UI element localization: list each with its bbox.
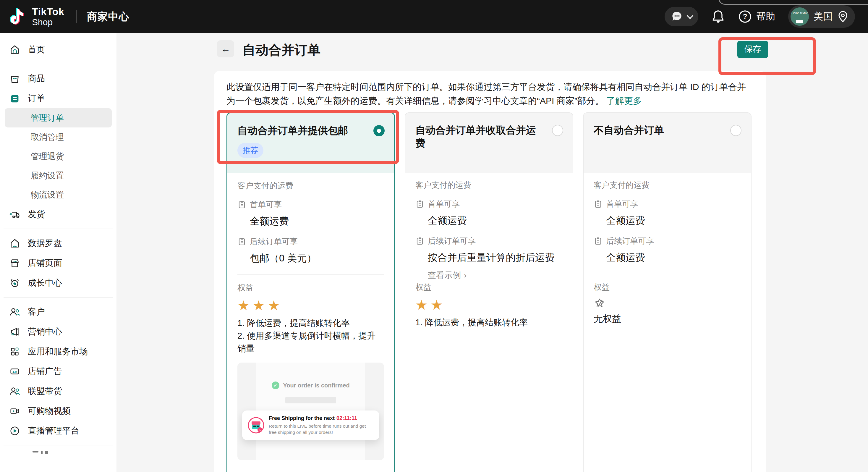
sidebar-item-label: 订单 [28,93,45,105]
subsequent-order-label: 后续订单可享 [606,236,654,246]
sidebar-item-marketing-center[interactable]: 营销中心 [0,322,117,342]
radio-unselected[interactable] [730,125,741,136]
messages-button[interactable] [664,7,698,26]
store-avatar-graphic [796,20,803,23]
subsequent-order-label: 后续订单可享 [428,236,476,246]
sidebar-item-growth-center[interactable]: 成长中心 [0,273,117,293]
truck-icon [9,208,21,220]
sidebar-item-affiliate[interactable]: 联盟带货 [0,381,117,401]
sidebar-divider [4,445,113,445]
shipping-paid-label: 客户支付的运费 [594,180,741,190]
save-button[interactable]: 保存 [737,41,768,58]
shopping-bag-icon [9,73,21,85]
sidebar-item-products[interactable]: 商品 [0,69,117,88]
clipboard-icon [594,237,602,245]
chat-bubble-icon [671,10,684,23]
sidebar-item-label: 店铺页面 [28,257,62,269]
sidebar-item-label: 发货 [28,208,45,220]
apps-grid-icon [9,346,21,358]
compass-icon [9,237,21,249]
option-title: 自动合并订单并收取合并运费 [415,124,563,150]
notification-title: Free Shipping for the next02:11:11 [269,415,374,421]
sidebar-item-live-management[interactable]: 直播管理平台 [0,421,117,441]
card-divider [594,274,741,274]
sidebar-item-app-services-market[interactable]: 应用和服务市场 [0,342,117,361]
first-order-value: 全额运费 [428,214,563,228]
first-order-label: 首单可享 [606,199,638,209]
view-example-link[interactable]: 查看示例 › [428,270,563,281]
sidebar-item-returns[interactable]: 管理退货 [5,147,112,166]
subsequent-order-value: 全额运费 [606,251,741,264]
store-avatar-text: Home textile [790,11,809,15]
star-icon: ★ [238,298,252,313]
sidebar-item-customers[interactable]: 客户 [0,302,117,322]
benefit-list: 1. 降低运费，提高结账转化率 2. 使用多渠道专属倒计时横幅，提升销量 [238,317,384,355]
sidebar-item-logistics-settings[interactable]: 物流设置 [5,185,112,204]
option-card-body: 客户支付的运费 首单可享 全额运费 后续订单可享 包邮（0 美元） [227,173,394,472]
storefront-icon [9,257,21,269]
option-card-free-shipping[interactable]: 自动合并订单并提供包邮 推荐 客户支付的运费 首单可享 全额运费 [226,112,395,472]
option-card-body: 客户支付的运费 首单可享 全额运费 后续订单可享 按合并后重量计算的折后运费 [405,173,572,329]
sidebar-item-partial[interactable] [33,451,117,454]
recommended-badge: 推荐 [238,143,264,158]
star-icon: ★ [415,297,430,313]
option-card-header: 自动合并订单并提供包邮 推荐 [227,113,394,173]
sidebar-item-manage-orders[interactable]: 管理订单 [5,108,112,127]
sidebar-item-shoppable-videos[interactable]: 可购物视频 [0,401,117,421]
sidebar-item-orders[interactable]: 订单 [0,88,117,108]
tiktok-shop-logo[interactable]: TikTok Shop [10,6,64,27]
region-label: 美国 [814,10,833,23]
sidebar-item-label: 联盟带货 [28,385,62,397]
notifications-bell-icon[interactable] [711,9,725,24]
chevron-right-icon: › [464,271,467,280]
content-header: ← 自动合并订单 保存 [214,40,766,60]
popover-outline-fragment [718,0,868,5]
first-order-label: 首单可享 [428,199,460,209]
sidebar-item-label: 营销中心 [28,326,62,338]
order-confirmed-row: ✓ Your order is confirmed [238,362,384,389]
sidebar-item-shop-ads[interactable]: AD 店铺广告 [0,361,117,381]
sidebar-item-data-compass[interactable]: 数据罗盘 [0,233,117,253]
page-title: 自动合并订单 [242,41,320,59]
brand-text: TikTok Shop [32,6,64,27]
benefit-stars: ★★★ [238,297,384,314]
benefit-list: 1. 降低运费，提高结账转化率 [415,316,563,329]
tiktok-shop-seller-center: TikTok Shop 商家中心 ? [0,0,868,472]
first-order-value: 全额运费 [250,215,384,228]
sidebar-item-shipping[interactable]: 发货 [0,204,117,224]
sidebar-nav: 首页 商品 订单 管理订单 取消管理 管理退货 履约设置 物流设置 [0,33,117,472]
clipboard-icon [415,200,424,208]
order-confirmed-preview: ✓ Your order is confirmed [238,362,384,460]
star-icon: ★ [268,298,283,313]
tiktok-note-icon [10,7,27,26]
radio-selected[interactable] [373,125,384,136]
clipboard-icon [594,200,602,208]
sidebar-item-cancellations[interactable]: 取消管理 [5,127,112,147]
benefits-label: 权益 [415,282,563,293]
sidebar-item-shop-page[interactable]: 店铺页面 [0,253,117,273]
brand-line1: TikTok [32,6,64,17]
sidebar-item-fulfillment-settings[interactable]: 履约设置 [5,166,112,185]
no-benefits-text: 无权益 [594,313,741,325]
sidebar-item-label: 应用和服务市场 [28,346,88,358]
option-card-body: 客户支付的运费 首单可享 全额运费 后续订单可享 全额运费 权益 [584,173,751,325]
sidebar-item-home[interactable]: 首页 [0,40,117,59]
back-button[interactable]: ← [217,40,234,57]
option-card-no-merge[interactable]: 不自动合并订单 客户支付的运费 首单可享 全额运费 后续订单可享 [583,112,751,472]
chevron-down-icon [687,12,693,19]
countdown-timer: 02:11:11 [336,415,357,421]
star-icon: ★ [252,298,268,313]
benefit-item: 2. 使用多渠道专属倒计时横幅，提升销量 [238,329,384,355]
help-button[interactable]: ? 帮助 [738,9,775,24]
radio-unselected[interactable] [552,125,563,136]
account-region-selector[interactable]: Home textile 美国 [788,5,855,28]
app-title: 商家中心 [87,10,129,24]
option-card-combined-shipping-fee[interactable]: 自动合并订单并收取合并运费 客户支付的运费 首单可享 全额运费 后续订单可享 [405,112,573,472]
learn-more-link[interactable]: 了解更多 [607,96,642,106]
clipboard-icon [238,200,246,209]
clipboard-icon [415,237,424,245]
sidebar-divider [4,64,113,64]
customers-icon [9,306,21,318]
live-play-icon [9,425,21,437]
settings-panel: 此设置仅适用于同一客户在特定时间范围内所下的订单。如果你通过第三方平台发货，请确… [214,71,766,472]
